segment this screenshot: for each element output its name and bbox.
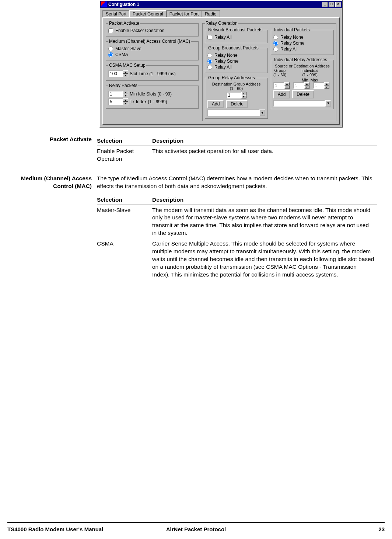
maximize-button[interactable]: □ <box>329 2 335 7</box>
button-group-delete[interactable]: Delete <box>226 100 248 108</box>
table-row: CSMA Carrier Sense Multiple Access. This… <box>97 239 377 280</box>
spin-down-icon[interactable]: ▼ <box>284 86 290 89</box>
label-slot-time: Slot Time (1 - 9999 ms) <box>130 71 176 76</box>
input-ind-max[interactable] <box>313 82 324 89</box>
footer-center: AirNet Packet Protocol <box>133 526 259 532</box>
chevron-down-icon[interactable]: ▼ <box>325 100 331 107</box>
spin-ind-max[interactable]: ▲▼ <box>313 82 331 89</box>
input-tx-index[interactable] <box>108 98 123 105</box>
legend-relay-operation: Relay Operation <box>205 21 238 26</box>
group-relay-operation: Relay Operation Network Broadcast Packet… <box>202 21 336 121</box>
spin-up-icon[interactable]: ▲ <box>123 98 128 102</box>
radio-gb-none[interactable]: Relay None <box>207 53 265 58</box>
minimize-button[interactable]: _ <box>322 2 328 7</box>
legend-packet-activate: Packet Activate <box>108 21 140 26</box>
tab-packet-general[interactable]: Packet General <box>129 10 167 17</box>
chevron-down-icon[interactable]: ▼ <box>259 109 265 116</box>
input-ind-group[interactable] <box>273 82 284 89</box>
spin-min-idle[interactable]: ▲▼ <box>108 91 128 97</box>
checkbox-nb-relay-all[interactable]: Relay All <box>207 35 265 40</box>
label-tx-index: Tx Index (1 - 9999) <box>130 99 167 104</box>
group-mac: Medium (Channel) Access Control (MAC) Ma… <box>106 39 199 60</box>
group-network-broadcast: Network Broadcast Packets Relay All <box>205 27 268 43</box>
radio-ip-some[interactable]: Relay Some <box>273 41 331 46</box>
group-individual-relay-addr: Individual Relay Addresses Source or Des… <box>271 57 334 109</box>
spin-down-icon[interactable]: ▼ <box>123 74 128 77</box>
spin-ind-min[interactable]: ▲▼ <box>293 82 311 89</box>
input-slot-time[interactable] <box>108 70 123 77</box>
table-row: Master-Slave The modem will transmit dat… <box>97 205 377 239</box>
radio-csma[interactable]: CSMA <box>108 52 196 57</box>
spin-slot-time[interactable]: ▲▼ <box>108 70 128 77</box>
section-label-mac: Medium (Channel) Access Control (MAC) <box>3 175 97 280</box>
tab-panel: Packet Activate Enable Packet Operation … <box>102 17 340 125</box>
spin-up-icon[interactable]: ▲ <box>324 82 329 86</box>
group-group-relay-addr: Group Relay Addresses Destination Group … <box>205 75 268 119</box>
footer-right: 23 <box>259 526 385 532</box>
input-ind-min[interactable] <box>293 82 304 89</box>
th-description: Description <box>152 136 377 146</box>
tabstrip: Serial Port Packet General Packet for Po… <box>100 8 342 17</box>
group-individual-packets: Individual Packets Relay None Relay Some… <box>271 27 334 55</box>
group-group-broadcast: Group Broadcast Packets Relay None Relay… <box>205 45 268 73</box>
spin-group-addr[interactable]: ▲▼ <box>227 92 246 98</box>
table-mac: Selection Description Master-Slave The m… <box>97 195 377 280</box>
dropdown-ind-list[interactable]: ▼ <box>273 100 331 107</box>
label-min-idle: Min Idle Slots (0 - 99) <box>130 91 172 97</box>
spin-up-icon[interactable]: ▲ <box>304 82 309 86</box>
th-selection: Selection <box>97 136 152 146</box>
footer-rule <box>7 522 385 523</box>
radio-ip-all[interactable]: Relay All <box>273 46 331 52</box>
radio-gb-all[interactable]: Relay All <box>207 65 265 70</box>
spin-down-icon[interactable]: ▼ <box>304 86 309 89</box>
footer-left: TS4000 Radio Modem User's Manual <box>7 526 133 532</box>
group-csma-setup: CSMA MAC Setup ▲▼ Slot Time (1 - 9999 ms… <box>106 63 199 81</box>
label-ind-addr-sub: Source or Destination Address <box>273 64 331 68</box>
close-button[interactable]: × <box>335 2 341 7</box>
radio-ip-none[interactable]: Relay None <box>273 35 331 40</box>
table-row: Enable Packet Operation This activates p… <box>97 146 377 164</box>
spin-up-icon[interactable]: ▲ <box>284 82 290 86</box>
radio-master-slave[interactable]: Master-Slave <box>108 46 196 51</box>
group-relay-packets: Relay Packets ▲▼ Min Idle Slots (0 - 99)… <box>106 83 199 109</box>
dropdown-group-list[interactable]: ▼ <box>207 109 265 116</box>
tab-serial-port[interactable]: Serial Port <box>102 10 130 17</box>
spin-up-icon[interactable]: ▲ <box>123 70 128 74</box>
input-group-addr[interactable] <box>227 92 241 98</box>
section-label-packet-activate: Packet Activate <box>3 136 97 164</box>
group-packet-activate: Packet Activate Enable Packet Operation <box>106 21 199 36</box>
titlebar[interactable]: Configuation 1 _ □ × <box>100 1 342 8</box>
legend-mac: Medium (Channel) Access Control (MAC) <box>108 39 191 44</box>
spin-down-icon[interactable]: ▼ <box>241 95 246 98</box>
config-window: Configuation 1 _ □ × Serial Port Packet … <box>99 0 343 128</box>
spin-up-icon[interactable]: ▲ <box>123 91 128 94</box>
th-selection: Selection <box>97 195 152 205</box>
legend-csma-setup: CSMA MAC Setup <box>108 63 146 68</box>
spin-down-icon[interactable]: ▼ <box>123 102 128 105</box>
spin-ind-group[interactable]: ▲▼ <box>273 82 291 89</box>
button-ind-delete[interactable]: Delete <box>292 90 314 98</box>
window-title: Configuation 1 <box>108 2 322 7</box>
th-description: Description <box>152 195 377 205</box>
spin-down-icon[interactable]: ▼ <box>324 86 329 89</box>
button-group-add[interactable]: Add <box>207 100 224 108</box>
legend-relay-packets: Relay Packets <box>108 83 138 88</box>
input-min-idle[interactable] <box>108 91 123 97</box>
tab-packet-for-port[interactable]: Packet for Port <box>166 10 202 17</box>
spin-up-icon[interactable]: ▲ <box>241 92 246 95</box>
checkbox-enable-packet[interactable]: Enable Packet Operation <box>108 28 196 33</box>
table-packet-activate: Selection Description Enable Packet Oper… <box>97 136 377 164</box>
spin-down-icon[interactable]: ▼ <box>123 94 128 97</box>
app-icon <box>101 1 107 7</box>
mac-intro: The type of Medium Access Control (MAC) … <box>97 175 377 190</box>
button-ind-add[interactable]: Add <box>273 90 290 98</box>
checkbox-enable-packet-input[interactable] <box>108 28 113 33</box>
page-footer: TS4000 Radio Modem User's Manual AirNet … <box>7 526 385 532</box>
radio-gb-some[interactable]: Relay Some <box>207 59 265 64</box>
spin-tx-index[interactable]: ▲▼ <box>108 98 128 105</box>
tab-radio[interactable]: Radio <box>202 10 220 17</box>
label-group-addr-sub: Destination Group Address (1 - 60) <box>207 82 265 91</box>
